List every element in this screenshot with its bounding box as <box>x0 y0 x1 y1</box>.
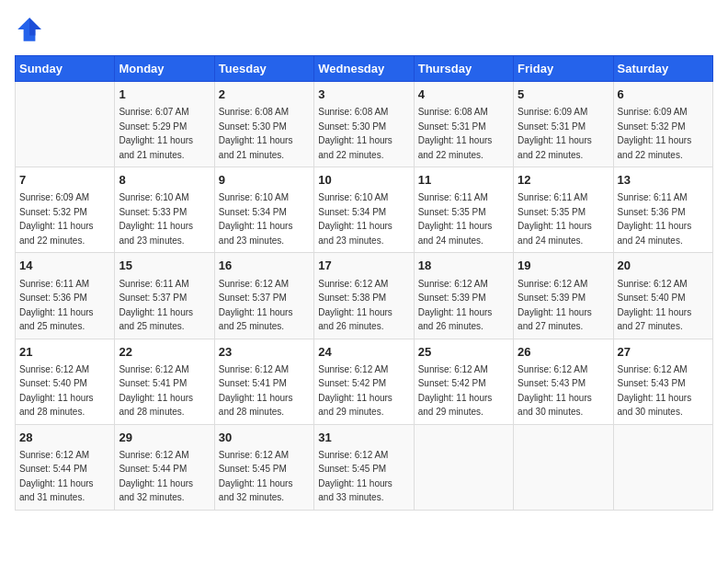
cell-info: Sunrise: 6:09 AM Sunset: 5:32 PM Dayligh… <box>618 107 692 160</box>
column-header-wednesday: Wednesday <box>314 56 414 82</box>
cell-info: Sunrise: 6:10 AM Sunset: 5:34 PM Dayligh… <box>219 192 293 246</box>
cell-info: Sunrise: 6:07 AM Sunset: 5:29 PM Dayligh… <box>119 107 193 160</box>
date-number: 24 <box>318 344 409 361</box>
calendar-cell: 8Sunrise: 6:10 AM Sunset: 5:33 PM Daylig… <box>115 167 214 253</box>
date-number: 25 <box>418 344 509 361</box>
calendar-cell: 23Sunrise: 6:12 AM Sunset: 5:41 PM Dayli… <box>214 339 313 424</box>
date-number: 31 <box>318 430 409 446</box>
date-number: 17 <box>318 258 409 274</box>
cell-info: Sunrise: 6:12 AM Sunset: 5:39 PM Dayligh… <box>418 279 493 332</box>
calendar-cell: 26Sunrise: 6:12 AM Sunset: 5:43 PM Dayli… <box>514 339 613 424</box>
cell-info: Sunrise: 6:12 AM Sunset: 5:44 PM Dayligh… <box>119 450 193 503</box>
date-number: 26 <box>518 344 609 361</box>
date-number: 14 <box>19 258 110 274</box>
cell-info: Sunrise: 6:12 AM Sunset: 5:43 PM Dayligh… <box>518 364 592 418</box>
calendar-cell: 13Sunrise: 6:11 AM Sunset: 5:36 PM Dayli… <box>613 167 712 253</box>
calendar-cell: 3Sunrise: 6:08 AM Sunset: 5:30 PM Daylig… <box>314 82 414 167</box>
cell-info: Sunrise: 6:12 AM Sunset: 5:37 PM Dayligh… <box>219 279 293 332</box>
calendar-table: SundayMondayTuesdayWednesdayThursdayFrid… <box>15 55 713 511</box>
calendar-cell: 15Sunrise: 6:11 AM Sunset: 5:37 PM Dayli… <box>115 253 214 339</box>
date-number: 7 <box>19 172 110 189</box>
date-number: 9 <box>219 172 310 189</box>
column-header-friday: Friday <box>514 56 613 82</box>
column-header-monday: Monday <box>115 56 214 82</box>
date-number: 30 <box>219 430 310 446</box>
logo <box>15 15 48 44</box>
cell-info: Sunrise: 6:12 AM Sunset: 5:41 PM Dayligh… <box>219 364 293 418</box>
cell-info: Sunrise: 6:11 AM Sunset: 5:36 PM Dayligh… <box>19 279 94 332</box>
page-header <box>15 15 713 44</box>
calendar-cell: 4Sunrise: 6:08 AM Sunset: 5:31 PM Daylig… <box>414 82 513 167</box>
date-number: 12 <box>518 172 609 189</box>
cell-info: Sunrise: 6:11 AM Sunset: 5:36 PM Dayligh… <box>618 192 692 246</box>
calendar-cell <box>16 82 115 167</box>
date-number: 27 <box>618 344 709 361</box>
date-number: 16 <box>219 258 310 274</box>
calendar-cell: 1Sunrise: 6:07 AM Sunset: 5:29 PM Daylig… <box>115 82 214 167</box>
date-number: 28 <box>19 430 110 446</box>
cell-info: Sunrise: 6:12 AM Sunset: 5:38 PM Dayligh… <box>318 279 392 332</box>
cell-info: Sunrise: 6:08 AM Sunset: 5:31 PM Dayligh… <box>418 107 493 160</box>
date-number: 3 <box>318 86 409 103</box>
date-number: 23 <box>219 344 310 361</box>
calendar-cell: 5Sunrise: 6:09 AM Sunset: 5:31 PM Daylig… <box>514 82 613 167</box>
date-number: 22 <box>119 344 210 361</box>
cell-info: Sunrise: 6:11 AM Sunset: 5:35 PM Dayligh… <box>518 192 592 246</box>
date-number: 11 <box>418 172 509 189</box>
calendar-cell <box>414 424 513 510</box>
calendar-week-row: 7Sunrise: 6:09 AM Sunset: 5:32 PM Daylig… <box>16 167 713 253</box>
date-number: 29 <box>119 430 210 446</box>
date-number: 6 <box>618 86 709 103</box>
calendar-cell <box>613 424 712 510</box>
calendar-cell: 10Sunrise: 6:10 AM Sunset: 5:34 PM Dayli… <box>314 167 414 253</box>
calendar-cell: 17Sunrise: 6:12 AM Sunset: 5:38 PM Dayli… <box>314 253 414 339</box>
date-number: 13 <box>618 172 709 189</box>
cell-info: Sunrise: 6:12 AM Sunset: 5:42 PM Dayligh… <box>318 364 392 418</box>
cell-info: Sunrise: 6:12 AM Sunset: 5:45 PM Dayligh… <box>318 450 392 503</box>
calendar-cell: 30Sunrise: 6:12 AM Sunset: 5:45 PM Dayli… <box>214 424 313 510</box>
column-header-saturday: Saturday <box>613 56 712 82</box>
date-number: 21 <box>19 344 110 361</box>
date-number: 20 <box>618 258 709 274</box>
cell-info: Sunrise: 6:12 AM Sunset: 5:45 PM Dayligh… <box>219 450 293 503</box>
date-number: 8 <box>119 172 210 189</box>
cell-info: Sunrise: 6:12 AM Sunset: 5:42 PM Dayligh… <box>418 364 493 418</box>
cell-info: Sunrise: 6:10 AM Sunset: 5:34 PM Dayligh… <box>318 192 392 246</box>
calendar-cell: 29Sunrise: 6:12 AM Sunset: 5:44 PM Dayli… <box>115 424 214 510</box>
calendar-cell: 19Sunrise: 6:12 AM Sunset: 5:39 PM Dayli… <box>514 253 613 339</box>
date-number: 19 <box>518 258 609 274</box>
date-number: 5 <box>518 86 609 103</box>
calendar-cell: 6Sunrise: 6:09 AM Sunset: 5:32 PM Daylig… <box>613 82 712 167</box>
cell-info: Sunrise: 6:12 AM Sunset: 5:40 PM Dayligh… <box>618 279 692 332</box>
calendar-cell: 16Sunrise: 6:12 AM Sunset: 5:37 PM Dayli… <box>214 253 313 339</box>
svg-marker-1 <box>29 17 41 35</box>
date-number: 4 <box>418 86 509 103</box>
date-number: 10 <box>318 172 409 189</box>
cell-info: Sunrise: 6:12 AM Sunset: 5:40 PM Dayligh… <box>19 364 94 418</box>
cell-info: Sunrise: 6:12 AM Sunset: 5:39 PM Dayligh… <box>518 279 592 332</box>
cell-info: Sunrise: 6:11 AM Sunset: 5:35 PM Dayligh… <box>418 192 493 246</box>
logo-icon <box>15 15 44 44</box>
cell-info: Sunrise: 6:08 AM Sunset: 5:30 PM Dayligh… <box>219 107 293 160</box>
calendar-week-row: 21Sunrise: 6:12 AM Sunset: 5:40 PM Dayli… <box>16 339 713 424</box>
calendar-cell: 28Sunrise: 6:12 AM Sunset: 5:44 PM Dayli… <box>16 424 115 510</box>
column-header-thursday: Thursday <box>414 56 513 82</box>
calendar-cell <box>514 424 613 510</box>
calendar-cell: 12Sunrise: 6:11 AM Sunset: 5:35 PM Dayli… <box>514 167 613 253</box>
calendar-week-row: 28Sunrise: 6:12 AM Sunset: 5:44 PM Dayli… <box>16 424 713 510</box>
date-number: 18 <box>418 258 509 274</box>
cell-info: Sunrise: 6:10 AM Sunset: 5:33 PM Dayligh… <box>119 192 193 246</box>
calendar-cell: 31Sunrise: 6:12 AM Sunset: 5:45 PM Dayli… <box>314 424 414 510</box>
cell-info: Sunrise: 6:11 AM Sunset: 5:37 PM Dayligh… <box>119 279 193 332</box>
date-number: 15 <box>119 258 210 274</box>
calendar-cell: 2Sunrise: 6:08 AM Sunset: 5:30 PM Daylig… <box>214 82 313 167</box>
cell-info: Sunrise: 6:09 AM Sunset: 5:31 PM Dayligh… <box>518 107 592 160</box>
calendar-cell: 21Sunrise: 6:12 AM Sunset: 5:40 PM Dayli… <box>16 339 115 424</box>
calendar-cell: 11Sunrise: 6:11 AM Sunset: 5:35 PM Dayli… <box>414 167 513 253</box>
calendar-cell: 7Sunrise: 6:09 AM Sunset: 5:32 PM Daylig… <box>16 167 115 253</box>
calendar-cell: 14Sunrise: 6:11 AM Sunset: 5:36 PM Dayli… <box>16 253 115 339</box>
cell-info: Sunrise: 6:12 AM Sunset: 5:44 PM Dayligh… <box>19 450 94 503</box>
calendar-cell: 20Sunrise: 6:12 AM Sunset: 5:40 PM Dayli… <box>613 253 712 339</box>
cell-info: Sunrise: 6:12 AM Sunset: 5:43 PM Dayligh… <box>618 364 692 418</box>
cell-info: Sunrise: 6:09 AM Sunset: 5:32 PM Dayligh… <box>19 192 94 246</box>
